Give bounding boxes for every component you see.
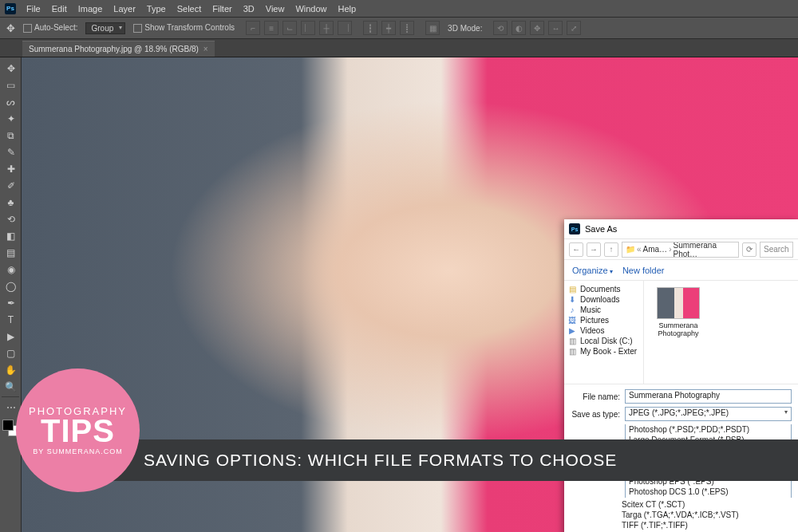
document-tab[interactable]: Summerana Photography.jpg @ 18.9% (RGB/8… bbox=[22, 41, 215, 57]
move-tool[interactable]: ✥ bbox=[2, 60, 20, 77]
savetype-combobox[interactable]: JPEG (*.JPG;*.JPEG;*.JPE) bbox=[625, 407, 792, 421]
blur-tool[interactable]: ◉ bbox=[2, 261, 20, 278]
dist-2-icon[interactable]: ┿ bbox=[381, 21, 396, 35]
edit-toolbar-icon[interactable]: ⋯ bbox=[2, 399, 20, 416]
3d-orbit-icon[interactable]: ⟲ bbox=[493, 21, 508, 35]
dodge-tool[interactable]: ◯ bbox=[2, 278, 20, 294]
dist-1-icon[interactable]: ┇ bbox=[363, 21, 377, 35]
menu-edit[interactable]: Edit bbox=[46, 2, 73, 15]
tree-downloads[interactable]: ⬇Downloads bbox=[567, 294, 643, 305]
hand-tool[interactable]: ✋ bbox=[2, 361, 20, 378]
photoshop-logo-icon: Ps bbox=[569, 223, 580, 234]
menu-window[interactable]: Window bbox=[290, 2, 332, 15]
menu-layer[interactable]: Layer bbox=[108, 2, 141, 15]
auto-select-checkbox[interactable] bbox=[23, 24, 32, 33]
organize-menu[interactable]: Organize bbox=[572, 266, 613, 275]
menu-select[interactable]: Select bbox=[172, 2, 207, 15]
type-tool[interactable]: T bbox=[2, 311, 20, 328]
tree-label: Local Disk (C:) bbox=[580, 337, 633, 345]
tree-pictures[interactable]: 🖼Pictures bbox=[567, 315, 643, 325]
3d-pan-icon[interactable]: ✥ bbox=[530, 21, 544, 35]
format-option[interactable]: TIFF (*.TIF;*.TIFF) bbox=[622, 520, 795, 530]
tree-label: My Book - Exter bbox=[580, 347, 637, 356]
eyedropper-tool[interactable]: ✎ bbox=[2, 144, 20, 160]
close-tab-icon[interactable]: × bbox=[203, 45, 208, 53]
music-icon: ♪ bbox=[567, 305, 577, 314]
pen-tool[interactable]: ✒ bbox=[2, 294, 20, 311]
clone-stamp-tool[interactable]: ♣ bbox=[2, 194, 20, 211]
3d-roll-icon[interactable]: ◐ bbox=[512, 21, 526, 35]
healing-brush-tool[interactable]: ✚ bbox=[2, 160, 20, 177]
pictures-icon: 🖼 bbox=[567, 316, 577, 325]
gradient-tool[interactable]: ▤ bbox=[2, 244, 20, 261]
crumb-1[interactable]: Ama… bbox=[643, 245, 668, 254]
folder-tree[interactable]: ▤Documents ⬇Downloads ♪Music 🖼Pictures ▶… bbox=[564, 281, 644, 384]
menu-image[interactable]: Image bbox=[73, 2, 109, 15]
savetype-label: Save as type: bbox=[571, 410, 620, 419]
tree-music[interactable]: ♪Music bbox=[567, 305, 643, 315]
format-option[interactable]: Photoshop (*.PSD;*.PDD;*.PSDT) bbox=[626, 424, 791, 435]
menu-3d[interactable]: 3D bbox=[238, 2, 260, 15]
folder-contents[interactable]: Summerana Photography bbox=[644, 281, 798, 384]
format-option[interactable]: Targa (*.TGA;*.VDA;*.ICB;*.VST) bbox=[622, 510, 795, 520]
align-top-icon[interactable]: ⌐ bbox=[246, 21, 260, 35]
tree-videos[interactable]: ▶Videos bbox=[567, 325, 643, 336]
dist-3-icon[interactable]: ┋ bbox=[400, 21, 414, 35]
refresh-button[interactable]: ⟳ bbox=[742, 242, 757, 257]
filename-input[interactable]: Summerana Photography bbox=[625, 389, 792, 404]
menu-help[interactable]: Help bbox=[333, 2, 362, 15]
align-hcenter-icon[interactable]: ┼ bbox=[319, 21, 334, 35]
menu-view[interactable]: View bbox=[260, 2, 290, 15]
eraser-tool[interactable]: ◧ bbox=[2, 227, 20, 244]
new-folder-button[interactable]: New folder bbox=[622, 266, 665, 275]
marquee-tool[interactable]: ▭ bbox=[2, 77, 20, 93]
tree-label: Music bbox=[580, 305, 601, 314]
search-input[interactable]: Search bbox=[760, 242, 793, 258]
videos-icon: ▶ bbox=[567, 326, 577, 335]
menu-filter[interactable]: Filter bbox=[207, 2, 237, 15]
save-as-dialog: Ps Save As ← → ↑ 📁 « Ama… › Summerana Ph… bbox=[564, 219, 798, 532]
history-brush-tool[interactable]: ⟲ bbox=[2, 211, 20, 227]
foreground-swatch[interactable] bbox=[2, 420, 14, 431]
nav-fwd-button[interactable]: → bbox=[587, 242, 601, 257]
zoom-tool[interactable]: 🔍 bbox=[2, 378, 20, 395]
crop-tool[interactable]: ⧉ bbox=[2, 127, 20, 144]
auto-align-icon[interactable]: ▦ bbox=[425, 21, 440, 35]
tree-my-book[interactable]: ▥My Book - Exter bbox=[567, 346, 643, 357]
menu-type[interactable]: Type bbox=[141, 2, 172, 15]
3d-slide-icon[interactable]: ↔ bbox=[548, 21, 563, 35]
photoshop-logo-icon: Ps bbox=[5, 3, 16, 14]
align-vcenter-icon[interactable]: ≡ bbox=[264, 21, 279, 35]
menubar: Ps File Edit Image Layer Type Select Fil… bbox=[0, 0, 798, 18]
mode3d-buttons: ⟲ ◐ ✥ ↔ ⤢ bbox=[493, 21, 581, 35]
path-select-tool[interactable]: ▶ bbox=[2, 328, 20, 345]
tree-local-disk[interactable]: ▥Local Disk (C:) bbox=[567, 336, 643, 346]
magic-wand-tool[interactable]: ✦ bbox=[2, 110, 20, 127]
align-right-icon[interactable]: ⎹ bbox=[338, 21, 352, 35]
file-thumb[interactable]: Summerana Photography bbox=[650, 287, 706, 338]
overlay-banner: SAVING OPTIONS: WHICH FILE FORMATS TO CH… bbox=[80, 439, 798, 481]
drive-icon: ▥ bbox=[567, 347, 577, 356]
tree-documents[interactable]: ▤Documents bbox=[567, 284, 643, 294]
filename-label: File name: bbox=[571, 392, 620, 401]
align-left-icon[interactable]: ⎸ bbox=[301, 21, 315, 35]
tree-label: Documents bbox=[580, 285, 621, 294]
3d-scale-icon[interactable]: ⤢ bbox=[567, 21, 581, 35]
dialog-titlebar[interactable]: Ps Save As bbox=[564, 219, 798, 239]
crumb-2[interactable]: Summerana Phot… bbox=[673, 242, 735, 258]
lasso-tool[interactable]: ᔕ bbox=[2, 93, 20, 110]
distribute-icons: ┇ ┿ ┋ bbox=[363, 21, 414, 35]
align-bottom-icon[interactable]: ⌙ bbox=[282, 21, 297, 35]
dialog-toolbar: Organize New folder bbox=[564, 260, 798, 281]
format-option[interactable]: Photoshop DCS 1.0 (*.EPS) bbox=[626, 487, 791, 497]
nav-back-button[interactable]: ← bbox=[569, 242, 583, 257]
menu-file[interactable]: File bbox=[21, 2, 46, 15]
auto-select-dropdown[interactable]: Group bbox=[85, 22, 125, 34]
show-transform-checkbox[interactable] bbox=[133, 24, 142, 33]
breadcrumb[interactable]: 📁 « Ama… › Summerana Phot… bbox=[622, 242, 739, 258]
rectangle-tool[interactable]: ▢ bbox=[2, 345, 20, 361]
address-bar: ← → ↑ 📁 « Ama… › Summerana Phot… ⟳ Searc… bbox=[564, 239, 798, 260]
brush-tool[interactable]: ✐ bbox=[2, 177, 20, 194]
nav-up-button[interactable]: ↑ bbox=[604, 242, 618, 257]
format-option[interactable]: Scitex CT (*.SCT) bbox=[622, 499, 795, 510]
